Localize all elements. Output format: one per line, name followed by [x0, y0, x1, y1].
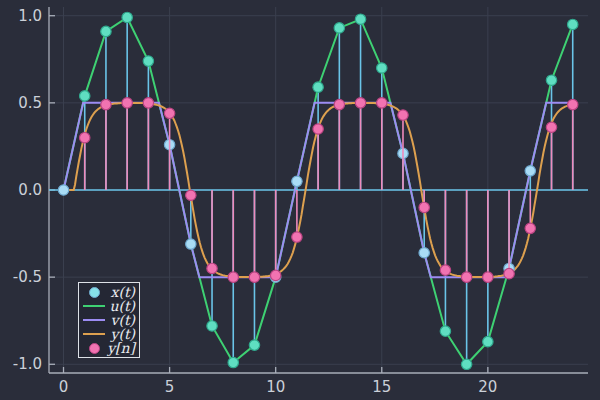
x-sample-marker-clipped: [101, 26, 111, 36]
x-sample-marker-clipped: [546, 75, 556, 85]
y-sample-marker: [546, 122, 556, 132]
y-sample-marker: [461, 272, 471, 282]
x-sample-marker-clipped: [122, 12, 132, 22]
y-sample-marker: [334, 99, 344, 109]
y-sample-marker: [164, 108, 174, 118]
x-sample-marker-clipped: [461, 359, 471, 369]
legend-label-x: x(t): [107, 285, 135, 299]
x-sample-marker: [58, 185, 68, 195]
x-sample-marker-clipped: [80, 91, 90, 101]
y-sample-marker: [207, 263, 217, 273]
y-sample-marker: [80, 133, 90, 143]
x-tick-label: 20: [478, 378, 497, 396]
x-sample-marker: [292, 176, 302, 186]
y-sample-marker: [525, 223, 535, 233]
legend-label-v: v(t): [107, 313, 135, 327]
x-sample-marker-clipped: [440, 326, 450, 336]
legend-marker-x-icon: [89, 287, 100, 298]
x-sample-marker-clipped: [483, 336, 493, 346]
legend-item-x: x(t): [81, 285, 135, 299]
x-tick-label: 10: [266, 378, 285, 396]
x-tick-label: 15: [372, 378, 391, 396]
legend-label-y: y(t): [107, 327, 135, 341]
y-sample-marker: [440, 265, 450, 275]
legend-marker-yn-icon: [89, 343, 100, 354]
x-sample-marker-clipped: [207, 321, 217, 331]
x-tick-label: 0: [59, 378, 69, 396]
x-sample-marker: [186, 239, 196, 249]
y-sample-marker: [398, 110, 408, 120]
y-sample-marker: [419, 202, 429, 212]
y-tick-label: -1.0: [13, 355, 42, 373]
y-sample-marker: [249, 272, 259, 282]
legend-item-y: y(t): [81, 327, 135, 341]
y-tick-label: -0.5: [13, 268, 42, 286]
legend: x(t) u(t) v(t) y(t) y[n]: [78, 282, 140, 358]
y-sample-marker: [313, 124, 323, 134]
legend-label-u: u(t): [107, 299, 135, 313]
legend-line-u-icon: [83, 305, 105, 307]
legend-item-yn: y[n]: [81, 341, 135, 355]
y-sample-marker: [483, 272, 493, 282]
y-sample-marker: [228, 272, 238, 282]
y-sample-marker: [143, 98, 153, 108]
x-sample-marker: [525, 166, 535, 176]
y-sample-marker: [355, 98, 365, 108]
y-sample-marker: [377, 98, 387, 108]
x-sample-marker-clipped: [228, 357, 238, 367]
y-sample-marker: [101, 99, 111, 109]
x-sample-marker-clipped: [143, 56, 153, 66]
legend-item-u: u(t): [81, 299, 135, 313]
y-tick-label: 0.0: [18, 181, 42, 199]
legend-item-v: v(t): [81, 313, 135, 327]
legend-line-y-icon: [83, 333, 105, 335]
y-sample-marker: [186, 190, 196, 200]
y-tick-label: 0.5: [18, 94, 42, 112]
legend-line-v-icon: [83, 319, 105, 321]
x-sample-marker: [419, 248, 429, 258]
x-sample-marker-clipped: [313, 82, 323, 92]
y-sample-marker: [122, 98, 132, 108]
x-tick-label: 5: [165, 378, 175, 396]
x-sample-marker-clipped: [355, 14, 365, 24]
x-sample-marker-clipped: [249, 340, 259, 350]
y-sample-marker: [504, 268, 514, 278]
y-sample-marker: [568, 99, 578, 109]
x-sample-marker-clipped: [568, 19, 578, 29]
legend-label-yn: y[n]: [107, 341, 135, 355]
y-sample-marker: [292, 232, 302, 242]
x-sample-marker-clipped: [377, 63, 387, 73]
y-sample-marker: [270, 270, 280, 280]
y-tick-label: 1.0: [18, 7, 42, 25]
x-sample-marker-clipped: [334, 23, 344, 33]
figure: 1.00.50.0-0.5-1.005101520 x(t) u(t) v(t)…: [0, 0, 600, 400]
